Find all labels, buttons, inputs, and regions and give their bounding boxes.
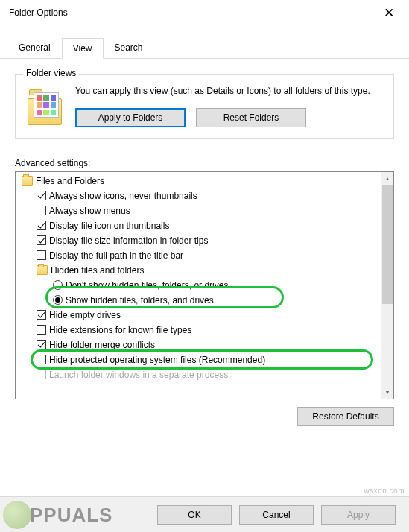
advanced-settings-label: Advanced settings: xyxy=(15,158,394,168)
radio-icon[interactable] xyxy=(53,295,63,305)
opt-launch-separate[interactable]: Launch folder windows in a separate proc… xyxy=(17,367,379,382)
scroll-down-icon[interactable]: ▾ xyxy=(381,386,393,399)
opt-label: Always show menus xyxy=(49,206,130,215)
tab-content: Folder views You can apply this view (su… xyxy=(0,59,409,431)
opt-hide-empty[interactable]: Hide empty drives xyxy=(17,308,379,323)
checkbox-icon[interactable] xyxy=(37,191,46,200)
credit-text: wsxdn.com xyxy=(364,487,405,495)
apply-button: Apply xyxy=(321,505,396,525)
radio-icon[interactable] xyxy=(53,280,63,290)
opt-label: Hide folder merge conflicts xyxy=(49,341,155,349)
opt-hide-protected[interactable]: Hide protected operating system files (R… xyxy=(17,352,379,367)
titlebar: Folder Options ✕ xyxy=(0,0,409,25)
scroll-track[interactable] xyxy=(381,185,393,386)
opt-always-icons[interactable]: Always show icons, never thumbnails xyxy=(17,189,379,203)
checkbox-icon[interactable] xyxy=(37,340,46,349)
checkbox-icon[interactable] xyxy=(37,221,46,230)
close-icon[interactable]: ✕ xyxy=(378,5,400,21)
opt-label: Hide extensions for known file types xyxy=(49,326,191,335)
tree-hidden-group[interactable]: Hidden files and folders xyxy=(17,263,379,278)
checkbox-icon[interactable] xyxy=(37,370,46,379)
opt-label: Display the full path in the title bar xyxy=(49,251,183,260)
checkbox-icon[interactable] xyxy=(37,250,46,260)
opt-file-size-tips[interactable]: Display file size information in folder … xyxy=(17,233,379,248)
reset-folders-button[interactable]: Reset Folders xyxy=(196,108,306,127)
checkbox-icon[interactable] xyxy=(37,355,46,364)
avatar-icon xyxy=(3,501,31,529)
opt-always-menus[interactable]: Always show menus xyxy=(17,203,379,218)
window-title: Folder Options xyxy=(9,7,68,18)
opt-label: Display file size information in folder … xyxy=(49,236,208,245)
opt-label: Hide empty drives xyxy=(49,311,121,320)
tree-root-files-folders[interactable]: Files and Folders xyxy=(17,174,379,189)
folder-icon xyxy=(22,176,33,186)
ok-button[interactable]: OK xyxy=(157,505,232,525)
checkbox-icon[interactable] xyxy=(37,310,46,320)
checkbox-icon[interactable] xyxy=(37,325,46,335)
watermark-text: PPUALS xyxy=(30,504,112,527)
tab-search[interactable]: Search xyxy=(104,37,154,58)
opt-full-path-title[interactable]: Display the full path in the title bar xyxy=(17,248,379,263)
opt-label: Don't show hidden files, folders, or dri… xyxy=(66,281,228,290)
tab-strip: General View Search xyxy=(0,37,409,59)
opt-label: Show hidden files, folders, and drives xyxy=(66,296,214,305)
tab-view[interactable]: View xyxy=(62,38,104,59)
apply-to-folders-button[interactable]: Apply to Folders xyxy=(75,108,186,127)
checkbox-icon[interactable] xyxy=(37,235,46,245)
opt-file-icon-thumb[interactable]: Display file icon on thumbnails xyxy=(17,218,379,233)
tree-label: Hidden files and folders xyxy=(51,266,144,275)
advanced-settings-tree: Files and Folders Always show icons, nev… xyxy=(15,171,394,399)
restore-defaults-button[interactable]: Restore Defaults xyxy=(297,407,394,426)
folder-icon xyxy=(37,265,48,275)
folder-views-group: Folder views You can apply this view (su… xyxy=(15,74,394,139)
scroll-up-icon[interactable]: ▴ xyxy=(381,172,393,185)
scroll-thumb[interactable] xyxy=(382,185,393,304)
opt-hide-merge[interactable]: Hide folder merge conflicts xyxy=(17,338,379,352)
folder-views-label: Folder views xyxy=(23,68,79,78)
checkbox-icon[interactable] xyxy=(37,206,46,215)
opt-show-hidden[interactable]: Show hidden files, folders, and drives xyxy=(17,293,379,308)
cancel-button[interactable]: Cancel xyxy=(239,505,314,525)
watermark-logo: PPUALS xyxy=(3,501,112,529)
folder-type-icon xyxy=(28,88,65,125)
opt-label: Display file icon on thumbnails xyxy=(49,221,169,230)
tree-label: Files and Folders xyxy=(36,177,104,186)
opt-label: Launch folder windows in a separate proc… xyxy=(49,370,228,379)
opt-label: Always show icons, never thumbnails xyxy=(49,191,197,200)
opt-dont-show-hidden[interactable]: Don't show hidden files, folders, or dri… xyxy=(17,278,379,293)
folder-views-description: You can apply this view (such as Details… xyxy=(75,85,384,98)
tab-general[interactable]: General xyxy=(7,37,62,58)
opt-label: Hide protected operating system files (R… xyxy=(49,355,265,364)
opt-hide-ext[interactable]: Hide extensions for known file types xyxy=(17,323,379,338)
scrollbar[interactable]: ▴ ▾ xyxy=(381,172,393,399)
